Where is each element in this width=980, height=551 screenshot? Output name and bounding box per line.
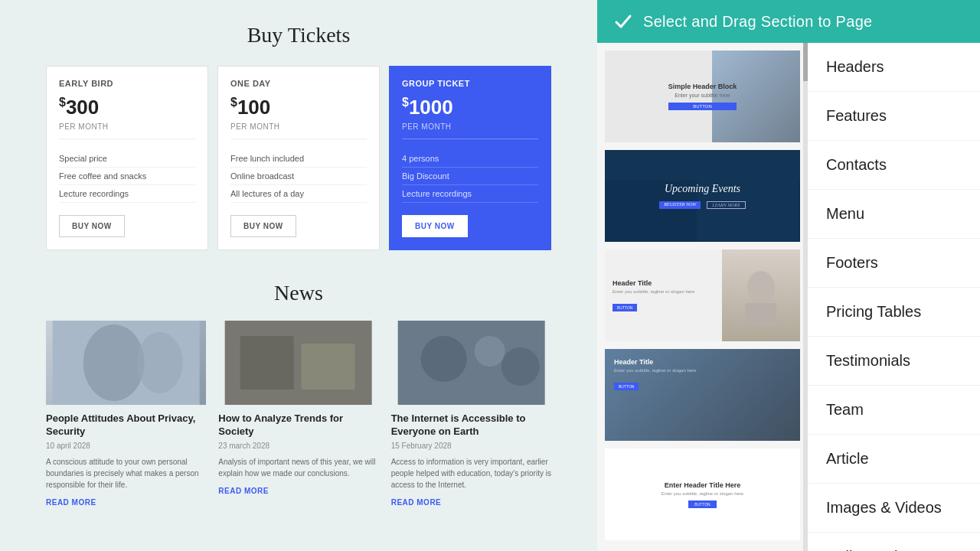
main-content-panel: Buy Tickets EARLY BIRD $300 PER MONTH Sp… xyxy=(0,0,597,551)
feature-item: Free coffee and snacks xyxy=(59,168,195,185)
thumbnail-team-header[interactable]: Header Title Enter you subtitle, tagline… xyxy=(605,349,800,441)
right-panel: Select and Drag Section to Page Simple H… xyxy=(597,0,980,551)
pricing-cards: EARLY BIRD $300 PER MONTH Special price … xyxy=(46,66,551,250)
thumbnails-panel[interactable]: Simple Header Block Enter your subtitle … xyxy=(597,43,808,551)
feature-item: Online broadcast xyxy=(230,168,367,185)
buy-button-1[interactable]: BUY NOW xyxy=(59,215,125,237)
news-title: News xyxy=(46,281,551,305)
svg-rect-11 xyxy=(746,303,776,326)
feature-item: 4 persons xyxy=(402,150,538,168)
svg-rect-5 xyxy=(302,344,355,390)
svg-point-1 xyxy=(83,324,145,401)
tier-label-3: GROUP TICKET xyxy=(402,79,538,88)
thumbnail-simple-header[interactable]: Simple Header Block Enter your subtitle … xyxy=(605,51,800,142)
news-article-desc-3: Access to information is very important,… xyxy=(391,456,551,491)
scrollbar-thumb[interactable] xyxy=(803,43,808,81)
news-article-title-3: The Internet is Accessible to Everyone o… xyxy=(391,412,551,439)
feature-item: All lectures of a day xyxy=(230,185,367,203)
price-3: $1000 xyxy=(402,96,538,119)
category-call-to-action[interactable]: Call to action xyxy=(808,533,980,551)
news-card-2: How to Analyze Trends for Society 23 mar… xyxy=(218,321,378,507)
category-menu[interactable]: Menu xyxy=(808,190,980,239)
buy-button-3[interactable]: BUY NOW xyxy=(402,215,468,237)
category-headers[interactable]: Headers xyxy=(808,43,980,92)
svg-point-9 xyxy=(501,347,539,386)
news-article-desc-1: A conscious attitude to your own persona… xyxy=(46,456,206,491)
thumb2-text: Upcoming Events REGISTER NOW LEARN MORE xyxy=(659,183,746,209)
svg-rect-4 xyxy=(240,336,294,390)
category-team[interactable]: Team xyxy=(808,386,980,435)
feature-list-1: Special price Free coffee and snacks Lec… xyxy=(59,150,195,203)
news-card-3: The Internet is Accessible to Everyone o… xyxy=(391,321,551,507)
category-pricing-tables[interactable]: Pricing Tables xyxy=(808,288,980,337)
svg-point-8 xyxy=(474,336,505,367)
thumb1-button: BUTTON xyxy=(668,103,737,110)
thumbnail-pricing-header[interactable]: Header Title Enter you subtitle, tagline… xyxy=(605,249,800,341)
top-bar-title: Select and Drag Section to Page xyxy=(643,13,873,31)
top-bar: Select and Drag Section to Page xyxy=(597,0,980,43)
thumb4-subtitle: Enter you subtitle, tagline or slogan he… xyxy=(614,368,791,373)
check-icon xyxy=(612,11,634,32)
tier-label-2: ONE DAY xyxy=(230,79,367,88)
buy-button-2[interactable]: BUY NOW xyxy=(230,215,296,237)
news-article-desc-2: Analysis of important news of this year,… xyxy=(218,456,378,479)
thumb1-title: Simple Header Block xyxy=(668,83,737,90)
thumb1-subtitle: Enter your subtitle here xyxy=(668,93,737,98)
price-2: $100 xyxy=(230,96,367,119)
thumb4-title: Header Title xyxy=(614,358,791,366)
category-images-videos[interactable]: Images & Videos xyxy=(808,484,980,533)
categories-panel: Headers Features Contacts Menu Footers P… xyxy=(808,43,980,551)
news-card-1: People Attitudes About Privacy, Security… xyxy=(46,321,206,507)
feature-item: Lecture recordings xyxy=(59,185,195,203)
buy-tickets-title: Buy Tickets xyxy=(46,23,551,47)
news-article-date-2: 23 march 2028 xyxy=(218,442,378,450)
thumbnail-plain-header[interactable]: Enter Header Title Here Enter you subtit… xyxy=(605,448,800,540)
news-article-date-3: 15 February 2028 xyxy=(391,442,551,450)
category-contacts[interactable]: Contacts xyxy=(808,141,980,190)
read-more-1[interactable]: READ MORE xyxy=(46,498,206,507)
thumb5-subtitle: Enter you subtitle, tagline or slogan he… xyxy=(662,491,743,496)
tier-label-1: EARLY BIRD xyxy=(59,79,195,88)
per-month-3: PER MONTH xyxy=(402,122,538,139)
price-1: $300 xyxy=(59,96,195,119)
per-month-1: PER MONTH xyxy=(59,122,195,139)
feature-item: Special price xyxy=(59,150,195,168)
svg-point-2 xyxy=(137,332,183,393)
category-testimonials[interactable]: Testimonials xyxy=(808,337,980,386)
feature-item: Lecture recordings xyxy=(402,185,538,203)
category-footers[interactable]: Footers xyxy=(808,239,980,288)
news-article-title-2: How to Analyze Trends for Society xyxy=(218,412,378,439)
category-article[interactable]: Article xyxy=(808,435,980,484)
thumbnail-upcoming-events[interactable]: Upcoming Events REGISTER NOW LEARN MORE xyxy=(605,150,800,242)
feature-list-2: Free lunch included Online broadcast All… xyxy=(230,150,367,203)
feature-item: Free lunch included xyxy=(230,150,367,168)
pricing-card-group: GROUP TICKET $1000 PER MONTH 4 persons B… xyxy=(389,66,551,250)
news-article-date-1: 10 april 2028 xyxy=(46,442,206,450)
read-more-3[interactable]: READ MORE xyxy=(391,498,551,507)
per-month-2: PER MONTH xyxy=(230,122,367,139)
svg-point-7 xyxy=(420,336,466,382)
thumb5-title: Enter Header Title Here xyxy=(665,481,740,489)
pricing-card-one-day: ONE DAY $100 PER MONTH Free lunch includ… xyxy=(217,66,380,250)
category-features[interactable]: Features xyxy=(808,92,980,141)
feature-item: Big Discount xyxy=(402,168,538,185)
read-more-2[interactable]: READ MORE xyxy=(218,487,378,495)
svg-point-10 xyxy=(747,271,775,305)
news-article-title-1: People Attitudes About Privacy, Security xyxy=(46,412,206,439)
pricing-card-early-bird: EARLY BIRD $300 PER MONTH Special price … xyxy=(46,66,208,250)
scrollbar-track[interactable] xyxy=(803,43,808,551)
news-grid: People Attitudes About Privacy, Security… xyxy=(46,321,551,507)
feature-list-3: 4 persons Big Discount Lecture recording… xyxy=(402,150,538,203)
